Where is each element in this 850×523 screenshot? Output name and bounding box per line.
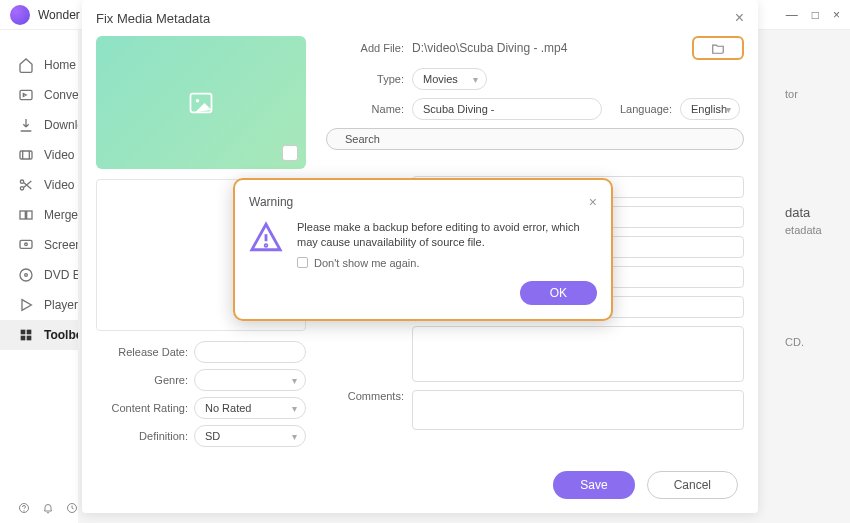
svg-rect-5 [27, 211, 32, 219]
app-logo [10, 5, 30, 25]
sidebar-item-toolbox[interactable]: Toolbox [0, 320, 78, 350]
warning-dialog: Warning × Please make a backup before ed… [233, 178, 613, 321]
svg-marker-10 [22, 300, 31, 311]
browse-file-button[interactable] [692, 36, 744, 60]
bell-icon[interactable] [42, 501, 54, 515]
sidebar-item-label: Screen Recorder [44, 238, 78, 252]
type-label: Type: [326, 73, 404, 85]
svg-rect-12 [27, 330, 32, 335]
home-icon [18, 57, 34, 73]
sidebar-item-converter[interactable]: Converter [0, 80, 78, 110]
content-rating-label: Content Rating: [96, 402, 188, 414]
warning-close-icon[interactable]: × [589, 194, 597, 210]
definition-value: SD [205, 430, 220, 442]
converter-icon [18, 87, 34, 103]
name-label: Name: [326, 103, 404, 115]
sidebar-item-label: Video Compressor [44, 148, 78, 162]
svg-rect-6 [20, 240, 32, 248]
play-icon [18, 297, 34, 313]
download-icon [18, 117, 34, 133]
scissors-icon [18, 177, 34, 193]
sidebar-item-label: Merger [44, 208, 78, 222]
sidebar-item-label: DVD Burner [44, 268, 78, 282]
name-input[interactable]: Scuba Diving - [412, 98, 602, 120]
metadata-textarea[interactable] [412, 326, 744, 382]
comments-input[interactable] [412, 390, 744, 430]
cancel-button[interactable]: Cancel [647, 471, 738, 499]
svg-rect-11 [21, 330, 26, 335]
sidebar-item-player[interactable]: Player [0, 290, 78, 320]
svg-point-8 [20, 269, 32, 281]
svg-point-7 [25, 243, 28, 246]
sidebar-item-downloader[interactable]: Downloader [0, 110, 78, 140]
svg-point-19 [196, 99, 200, 103]
genre-label: Genre: [96, 374, 188, 386]
warning-ok-button[interactable]: OK [520, 281, 597, 305]
language-label: Language: [620, 103, 672, 115]
sidebar-item-label: Toolbox [44, 328, 78, 342]
release-date-label: Release Date: [96, 346, 188, 358]
video-compress-icon [18, 147, 34, 163]
refresh-startup-icon[interactable] [66, 501, 78, 515]
release-date-input[interactable] [194, 341, 306, 363]
definition-label: Definition: [96, 430, 188, 442]
content-rating-value: No Rated [205, 402, 251, 414]
add-file-label: Add File: [326, 42, 404, 54]
warning-message: Please make a backup before editing to a… [297, 220, 597, 251]
sidebar-item-label: Player [44, 298, 78, 312]
sidebar-item-label: Home [44, 58, 76, 72]
svg-point-20 [265, 245, 267, 247]
screen-record-icon [18, 237, 34, 253]
sidebar-item-label: Converter [44, 88, 78, 102]
language-value: English [691, 103, 727, 115]
dont-show-checkbox[interactable]: Don't show me again. [297, 257, 597, 269]
sidebar-item-label: Video Editor [44, 178, 78, 192]
comments-label: Comments: [326, 390, 404, 402]
disc-icon [18, 267, 34, 283]
footer-icons [0, 493, 78, 523]
sidebar-item-screen-recorder[interactable]: Screen Recorder [0, 230, 78, 260]
modal-title: Fix Media Metadata [96, 11, 210, 26]
background-content: tor data etadata CD. [785, 40, 835, 490]
definition-select[interactable]: SD [194, 425, 306, 447]
sidebar-item-dvd-burner[interactable]: DVD Burner [0, 260, 78, 290]
language-select[interactable]: English [680, 98, 740, 120]
window-close[interactable]: × [833, 8, 840, 22]
svg-rect-1 [20, 151, 32, 159]
content-rating-select[interactable]: No Rated [194, 397, 306, 419]
toolbox-icon [18, 327, 34, 343]
modal-close-icon[interactable]: × [735, 9, 744, 27]
svg-point-9 [25, 274, 28, 277]
video-thumbnail [96, 36, 306, 169]
sidebar-item-video-compressor[interactable]: Video Compressor [0, 140, 78, 170]
svg-rect-4 [20, 211, 25, 219]
help-icon[interactable] [18, 501, 30, 515]
svg-rect-13 [21, 336, 26, 341]
sidebar-item-label: Downloader [44, 118, 78, 132]
window-maximize[interactable]: □ [812, 8, 819, 22]
add-file-path: D:\video\Scuba Diving - .mp4 [412, 41, 567, 55]
svg-rect-14 [27, 336, 32, 341]
image-icon [187, 89, 215, 117]
sidebar-item-video-editor[interactable]: Video Editor [0, 170, 78, 200]
svg-point-16 [24, 511, 25, 512]
sidebar-item-merger[interactable]: Merger [0, 200, 78, 230]
sidebar-item-home[interactable]: Home [0, 50, 78, 80]
folder-icon [710, 41, 726, 55]
type-value: Movies [423, 73, 458, 85]
type-select[interactable]: Movies [412, 68, 487, 90]
dont-show-label: Don't show me again. [314, 257, 419, 269]
app-title: Wonder [38, 8, 80, 22]
window-minimize[interactable]: — [786, 8, 798, 22]
search-button[interactable]: Search [326, 128, 744, 150]
genre-select[interactable] [194, 369, 306, 391]
merger-icon [18, 207, 34, 223]
save-button[interactable]: Save [553, 471, 634, 499]
name-value: Scuba Diving - [423, 103, 495, 115]
edit-thumbnail-button[interactable] [282, 145, 298, 161]
warning-title: Warning [249, 195, 293, 209]
warning-triangle-icon [249, 220, 283, 254]
checkbox-icon [297, 257, 308, 268]
